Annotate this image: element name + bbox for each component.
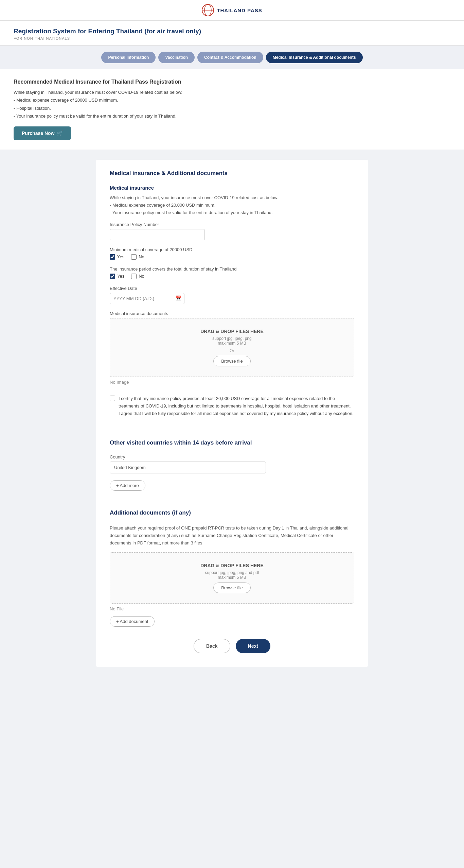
recommendation-title: Recommended Medical Insurance for Thaila…	[14, 79, 450, 85]
header-logo: THAILAND PASS	[202, 4, 262, 16]
additional-browse-file-button[interactable]: Browse file	[213, 583, 251, 593]
medical-documents-group: Medical insurance documents DRAG & DROP …	[110, 311, 354, 385]
add-more-country-button[interactable]: + Add more	[110, 480, 145, 491]
policy-number-input[interactable]	[110, 229, 205, 240]
policy-number-group: Insurance Policy Number	[110, 222, 354, 240]
medical-upload-title: DRAG & DROP FILES HERE	[117, 329, 347, 334]
steps-nav: Personal Information Vaccination Contact…	[0, 46, 464, 69]
next-button[interactable]: Next	[236, 639, 270, 653]
min-coverage-no-option[interactable]: No	[131, 254, 144, 260]
main-form-container: Medical insurance & Additional documents…	[96, 160, 368, 667]
period-checkbox-group: Yes No	[110, 274, 354, 279]
effective-date-input[interactable]	[110, 293, 184, 304]
medical-desc-line2: - Medical expense coverage of 20,000 USD…	[110, 203, 215, 208]
additional-upload-title: DRAG & DROP FILES HERE	[117, 563, 347, 568]
no-file-label: No File	[110, 606, 354, 611]
nav-buttons: Back Next	[110, 639, 354, 653]
visited-countries-section: Other visited countries within 14 days b…	[110, 431, 354, 491]
period-label: The insurance period covers the total du…	[110, 266, 354, 272]
medical-upload-support: support jpg, jpeg, png	[117, 336, 347, 341]
period-group: The insurance period covers the total du…	[110, 266, 354, 279]
rec-line1: While staying in Thailand, your insuranc…	[14, 90, 182, 95]
min-coverage-no-label: No	[139, 254, 144, 259]
outer-bg: Medical insurance & Additional documents…	[0, 160, 464, 691]
step-contact-accommodation[interactable]: Contact & Accommodation	[197, 52, 263, 63]
country-label: Country	[110, 454, 354, 459]
medical-upload-or: Or	[117, 348, 347, 353]
period-no-option[interactable]: No	[131, 274, 144, 279]
country-group: Country	[110, 454, 354, 473]
min-coverage-checkbox-group: Yes No	[110, 254, 354, 260]
country-input-wrapper	[110, 462, 354, 473]
back-button[interactable]: Back	[194, 639, 230, 653]
additional-documents-section: Additional documents (if any) Please att…	[110, 501, 354, 627]
step-medical-insurance[interactable]: Medical Insurance & Additional documents	[266, 52, 363, 63]
certification-text: I certify that my insurance policy provi…	[119, 395, 354, 417]
step-vaccination[interactable]: Vaccination	[158, 52, 195, 63]
recommendation-text: While staying in Thailand, your insuranc…	[14, 88, 450, 120]
additional-upload-support: support jpg, jpeg, png and pdf	[117, 570, 347, 575]
min-coverage-yes-option[interactable]: Yes	[110, 254, 124, 260]
medical-upload-max: maximum 5 MB	[117, 341, 347, 346]
medical-browse-file-button[interactable]: Browse file	[213, 356, 251, 366]
additional-docs-upload-area[interactable]: DRAG & DROP FILES HERE support jpg, jpeg…	[110, 552, 354, 604]
additional-docs-desc: Please attach your required proof of ONE…	[110, 524, 354, 547]
thailand-pass-logo-icon	[202, 4, 214, 16]
rec-line3: - Hospital isolation.	[14, 106, 51, 111]
recommendation-box: Recommended Medical Insurance for Thaila…	[0, 69, 464, 150]
period-yes-option[interactable]: Yes	[110, 274, 124, 279]
country-input[interactable]	[110, 462, 266, 473]
medical-documents-label: Medical insurance documents	[110, 311, 354, 316]
min-coverage-yes-label: Yes	[117, 254, 124, 259]
add-document-wrapper: + Add document	[110, 616, 354, 627]
medical-desc-line3: - Your insurance policy must be valid fo…	[110, 210, 273, 215]
additional-upload-max: maximum 5 MB	[117, 575, 347, 580]
add-document-button[interactable]: + Add document	[110, 616, 155, 627]
form-section-title: Medical insurance & Additional documents	[110, 170, 354, 179]
banner: Registration System for Entering Thailan…	[0, 21, 464, 46]
min-coverage-yes-checkbox[interactable]	[110, 254, 115, 260]
medical-insurance-desc: While staying in Thailand, your insuranc…	[110, 194, 354, 216]
additional-docs-title: Additional documents (if any)	[110, 509, 354, 519]
header-title: THAILAND PASS	[217, 7, 262, 13]
calendar-icon: 📅	[175, 295, 182, 301]
cart-icon: 🛒	[57, 131, 63, 136]
purchase-now-label: Purchase Now	[22, 131, 54, 136]
min-coverage-group: Minimum medical coverage of 20000 USD Ye…	[110, 247, 354, 260]
effective-date-label: Effective Date	[110, 286, 354, 291]
period-yes-label: Yes	[117, 274, 124, 279]
medical-desc-line1: While staying in Thailand, your insuranc…	[110, 195, 279, 200]
period-no-label: No	[139, 274, 144, 279]
period-no-checkbox[interactable]	[131, 274, 137, 279]
date-input-wrapper: 📅	[110, 293, 184, 304]
header: THAILAND PASS	[0, 0, 464, 21]
step-personal-information[interactable]: Personal Information	[101, 52, 156, 63]
medical-insurance-title: Medical insurance	[110, 185, 354, 191]
period-yes-checkbox[interactable]	[110, 274, 115, 279]
effective-date-group: Effective Date 📅	[110, 286, 354, 304]
no-image-label: No Image	[110, 380, 354, 385]
policy-number-label: Insurance Policy Number	[110, 222, 354, 227]
certification-checkbox[interactable]	[110, 396, 115, 401]
rec-line2: - Medical expense coverage of 20000 USD …	[14, 98, 118, 103]
banner-title: Registration System for Entering Thailan…	[14, 28, 450, 35]
min-coverage-label: Minimum medical coverage of 20000 USD	[110, 247, 354, 252]
purchase-now-button[interactable]: Purchase Now 🛒	[14, 126, 71, 140]
rec-line4: - Your insurance policy must be valid fo…	[14, 114, 177, 119]
min-coverage-no-checkbox[interactable]	[131, 254, 137, 260]
certification-checkbox-wrapper: I certify that my insurance policy provi…	[110, 392, 354, 421]
medical-documents-upload-area[interactable]: DRAG & DROP FILES HERE support jpg, jpeg…	[110, 318, 354, 377]
visited-countries-title: Other visited countries within 14 days b…	[110, 439, 354, 449]
banner-subtitle: FOR NON-THAI NATIONALS	[14, 36, 450, 40]
